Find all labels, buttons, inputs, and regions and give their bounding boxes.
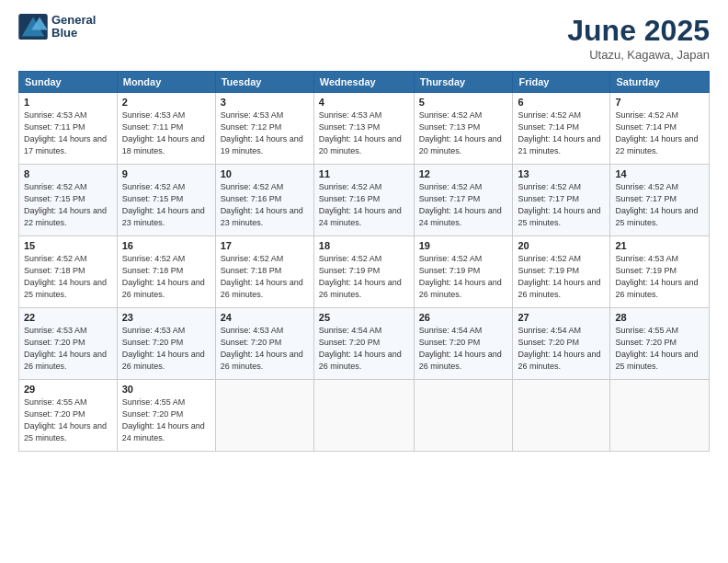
table-row <box>215 380 313 452</box>
table-row: 2Sunrise: 4:53 AMSunset: 7:11 PMDaylight… <box>117 93 215 165</box>
table-row: 20Sunrise: 4:52 AMSunset: 7:19 PMDayligh… <box>513 236 610 308</box>
col-tuesday: Tuesday <box>215 72 313 93</box>
calendar-table: Sunday Monday Tuesday Wednesday Thursday… <box>18 71 710 452</box>
table-row: 6Sunrise: 4:52 AMSunset: 7:14 PMDaylight… <box>513 93 610 165</box>
table-row: 27Sunrise: 4:54 AMSunset: 7:20 PMDayligh… <box>513 308 610 380</box>
table-row: 10Sunrise: 4:52 AMSunset: 7:16 PMDayligh… <box>215 165 313 236</box>
main-title: June 2025 <box>567 14 710 48</box>
table-row: 18Sunrise: 4:52 AMSunset: 7:19 PMDayligh… <box>313 236 414 308</box>
calendar-header-row: Sunday Monday Tuesday Wednesday Thursday… <box>19 72 710 93</box>
table-row: 13Sunrise: 4:52 AMSunset: 7:17 PMDayligh… <box>513 165 610 236</box>
col-sunday: Sunday <box>19 72 118 93</box>
table-row: 5Sunrise: 4:52 AMSunset: 7:13 PMDaylight… <box>414 93 513 165</box>
header: General Blue June 2025 Utazu, Kagawa, Ja… <box>18 14 710 62</box>
table-row: 14Sunrise: 4:52 AMSunset: 7:17 PMDayligh… <box>610 165 710 236</box>
col-saturday: Saturday <box>610 72 710 93</box>
table-row: 30Sunrise: 4:55 AMSunset: 7:20 PMDayligh… <box>117 380 215 452</box>
logo-text: General Blue <box>51 14 96 40</box>
table-row: 24Sunrise: 4:53 AMSunset: 7:20 PMDayligh… <box>215 308 313 380</box>
table-row <box>414 380 513 452</box>
table-row: 21Sunrise: 4:53 AMSunset: 7:19 PMDayligh… <box>610 236 710 308</box>
table-row: 23Sunrise: 4:53 AMSunset: 7:20 PMDayligh… <box>117 308 215 380</box>
logo-line1: General <box>51 14 96 27</box>
table-row: 12Sunrise: 4:52 AMSunset: 7:17 PMDayligh… <box>414 165 513 236</box>
page: General Blue June 2025 Utazu, Kagawa, Ja… <box>0 0 728 563</box>
logo: General Blue <box>18 14 96 40</box>
title-block: June 2025 Utazu, Kagawa, Japan <box>567 14 710 62</box>
col-wednesday: Wednesday <box>313 72 414 93</box>
col-thursday: Thursday <box>414 72 513 93</box>
table-row: 15Sunrise: 4:52 AMSunset: 7:18 PMDayligh… <box>19 236 118 308</box>
table-row: 29Sunrise: 4:55 AMSunset: 7:20 PMDayligh… <box>19 380 118 452</box>
table-row: 16Sunrise: 4:52 AMSunset: 7:18 PMDayligh… <box>117 236 215 308</box>
subtitle: Utazu, Kagawa, Japan <box>567 48 710 62</box>
table-row: 25Sunrise: 4:54 AMSunset: 7:20 PMDayligh… <box>313 308 414 380</box>
table-row: 4Sunrise: 4:53 AMSunset: 7:13 PMDaylight… <box>313 93 414 165</box>
table-row: 3Sunrise: 4:53 AMSunset: 7:12 PMDaylight… <box>215 93 313 165</box>
table-row: 8Sunrise: 4:52 AMSunset: 7:15 PMDaylight… <box>19 165 118 236</box>
table-row: 26Sunrise: 4:54 AMSunset: 7:20 PMDayligh… <box>414 308 513 380</box>
table-row: 9Sunrise: 4:52 AMSunset: 7:15 PMDaylight… <box>117 165 215 236</box>
table-row: 1Sunrise: 4:53 AMSunset: 7:11 PMDaylight… <box>19 93 118 165</box>
logo-line2: Blue <box>51 27 96 40</box>
table-row: 11Sunrise: 4:52 AMSunset: 7:16 PMDayligh… <box>313 165 414 236</box>
table-row: 7Sunrise: 4:52 AMSunset: 7:14 PMDaylight… <box>610 93 710 165</box>
table-row <box>313 380 414 452</box>
table-row <box>513 380 610 452</box>
table-row <box>610 380 710 452</box>
table-row: 22Sunrise: 4:53 AMSunset: 7:20 PMDayligh… <box>19 308 118 380</box>
table-row: 19Sunrise: 4:52 AMSunset: 7:19 PMDayligh… <box>414 236 513 308</box>
table-row: 28Sunrise: 4:55 AMSunset: 7:20 PMDayligh… <box>610 308 710 380</box>
col-monday: Monday <box>117 72 215 93</box>
table-row: 17Sunrise: 4:52 AMSunset: 7:18 PMDayligh… <box>215 236 313 308</box>
logo-icon <box>18 14 48 40</box>
col-friday: Friday <box>513 72 610 93</box>
